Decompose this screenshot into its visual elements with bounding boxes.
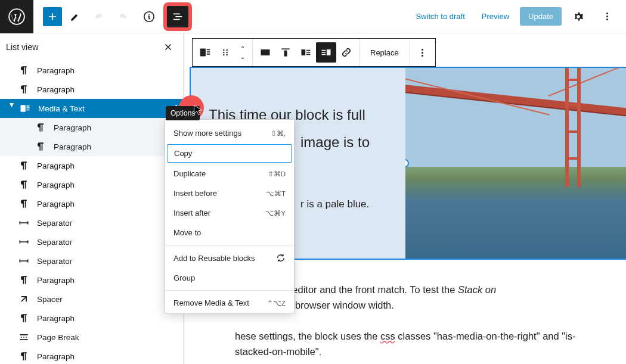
link-button[interactable]	[336, 42, 357, 63]
wordpress-logo[interactable]	[0, 0, 33, 33]
edit-mode-button[interactable]	[64, 6, 86, 27]
separator-icon	[17, 217, 31, 229]
menu-item[interactable]: Move to	[165, 223, 294, 242]
list-item[interactable]: Paragraph	[0, 137, 183, 156]
add-block-button[interactable]	[43, 7, 62, 26]
list-item[interactable]: Paragraph	[0, 309, 183, 328]
svg-point-7	[226, 52, 227, 53]
toolbar-right: Switch to draft Preview Update	[410, 6, 619, 27]
settings-button[interactable]	[568, 6, 589, 27]
paragraph-icon	[33, 122, 48, 133]
block-options-menu: Show more settings⇧⌘,CopyDuplicate⇧⌘DIns…	[165, 119, 295, 313]
menu-item[interactable]: Duplicate⇧⌘D	[165, 164, 294, 183]
paragraph-icon	[33, 141, 48, 153]
sidebar-header: List view	[0, 33, 183, 61]
block-list: ParagraphParagraph▸Media & TextParagraph…	[0, 61, 183, 364]
separator-icon	[17, 236, 31, 248]
cursor-icon	[192, 104, 205, 117]
align-none-button[interactable]	[255, 42, 275, 63]
sidebar-title: List view	[6, 42, 38, 52]
info-button[interactable]	[138, 6, 160, 27]
list-item[interactable]: Separator	[0, 213, 183, 232]
svg-point-5	[226, 49, 227, 51]
list-item[interactable]: Page Break	[0, 328, 183, 347]
redo-button[interactable]	[112, 6, 134, 27]
replace-media-button[interactable]: Replace	[362, 42, 407, 63]
list-item[interactable]: Paragraph	[0, 80, 183, 99]
hero-line: r is a pale blue.	[300, 196, 393, 212]
body-paragraph[interactable]: hese settings, the block uses the css cl…	[235, 329, 602, 359]
media-text-icon	[18, 102, 32, 114]
menu-item[interactable]: Add to Reusable blocks	[165, 248, 294, 268]
switch-to-draft-button[interactable]: Switch to draft	[410, 8, 470, 24]
paragraph-icon	[17, 64, 31, 76]
preview-button[interactable]: Preview	[476, 8, 515, 24]
menu-item[interactable]: Copy	[168, 144, 292, 163]
media-right-button[interactable]	[316, 42, 336, 63]
svg-point-4	[223, 49, 224, 51]
list-item[interactable]: Separator	[0, 251, 183, 270]
block-type-button[interactable]	[195, 42, 215, 63]
list-view-toggle[interactable]	[167, 6, 188, 27]
menu-item[interactable]: Show more settings⇧⌘,	[165, 123, 294, 143]
menu-item[interactable]: Remove Media & Text⌃⌥Z	[165, 293, 294, 313]
list-item[interactable]: Paragraph	[0, 175, 183, 194]
move-arrows[interactable]: ⌃⌄	[235, 44, 250, 61]
paragraph-icon	[17, 179, 31, 191]
paragraph-icon	[17, 198, 31, 210]
list-item[interactable]: Separator	[0, 232, 183, 251]
svg-rect-2	[21, 105, 26, 112]
list-item[interactable]: Paragraph	[0, 156, 183, 175]
drag-handle[interactable]	[215, 42, 235, 63]
list-item[interactable]: Spacer	[0, 290, 183, 309]
svg-point-6	[223, 52, 224, 53]
list-item[interactable]: Paragraph	[0, 118, 183, 137]
reusable-icon	[276, 253, 286, 263]
more-options-button[interactable]	[596, 6, 618, 27]
media-text-image[interactable]	[405, 68, 626, 259]
toolbar-left	[0, 0, 188, 33]
list-view-icon	[171, 10, 184, 23]
resize-handle[interactable]	[405, 159, 409, 167]
block-toolbar: ⌃⌄ Replace	[192, 38, 436, 67]
menu-item[interactable]: Insert after⌥⌘Y	[165, 203, 294, 223]
svg-point-9	[226, 54, 227, 55]
list-view-sidebar: List view ParagraphParagraph▸Media & Tex…	[0, 33, 184, 364]
svg-rect-11	[284, 51, 287, 57]
paragraph-icon	[17, 160, 31, 172]
svg-rect-13	[327, 49, 331, 55]
separator-icon	[17, 255, 31, 267]
close-icon	[163, 42, 173, 52]
pagebreak-icon	[17, 331, 31, 343]
list-item[interactable]: Paragraph	[0, 61, 183, 80]
paragraph-icon	[17, 83, 31, 95]
update-button[interactable]: Update	[520, 7, 562, 26]
menu-item[interactable]: Insert before⌥⌘T	[165, 183, 294, 203]
top-toolbar: Switch to draft Preview Update	[0, 0, 626, 33]
menu-item[interactable]: Group	[165, 268, 294, 288]
hero-line: image is to	[300, 131, 393, 154]
list-item-selected[interactable]: ▸Media & Text	[0, 99, 183, 118]
undo-button[interactable]	[88, 6, 110, 27]
svg-rect-12	[302, 49, 306, 55]
media-left-button[interactable]	[296, 42, 316, 63]
paragraph-icon	[17, 312, 31, 324]
svg-rect-3	[200, 49, 206, 57]
list-item[interactable]: Paragraph	[0, 270, 183, 290]
align-top-button[interactable]	[275, 42, 296, 63]
svg-point-8	[223, 54, 224, 55]
block-options-button[interactable]	[413, 42, 433, 63]
paragraph-icon	[17, 274, 31, 286]
svg-rect-10	[261, 49, 270, 55]
paragraph-icon	[17, 350, 31, 362]
list-item[interactable]: Paragraph	[0, 347, 183, 364]
close-sidebar-button[interactable]	[163, 42, 173, 52]
svg-point-0	[9, 9, 24, 24]
spacer-icon	[17, 293, 31, 305]
list-item[interactable]: Paragraph	[0, 194, 183, 213]
